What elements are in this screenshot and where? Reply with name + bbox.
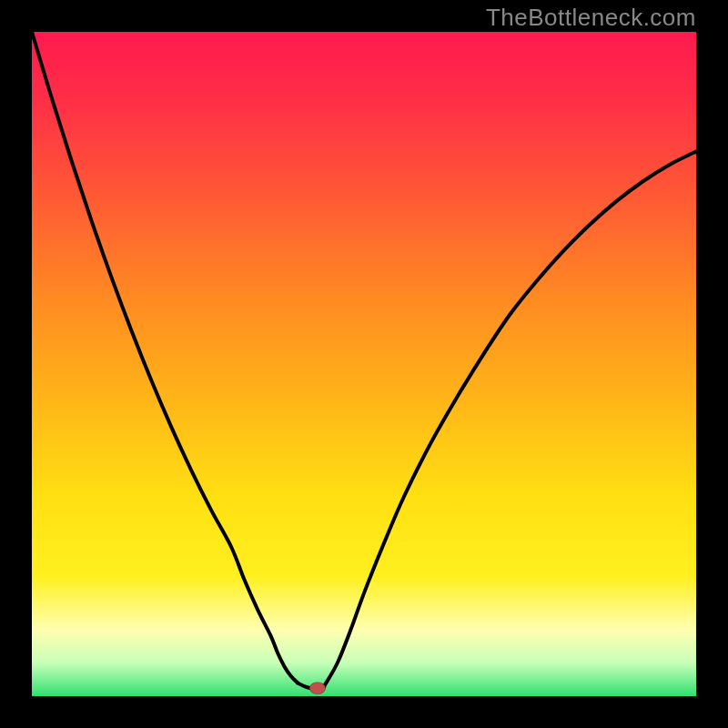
plot-area — [32, 32, 696, 696]
outer-frame: TheBottleneck.com — [0, 0, 728, 728]
minimum-marker — [309, 682, 326, 694]
bottleneck-chart — [32, 32, 696, 696]
watermark-text: TheBottleneck.com — [486, 4, 696, 32]
